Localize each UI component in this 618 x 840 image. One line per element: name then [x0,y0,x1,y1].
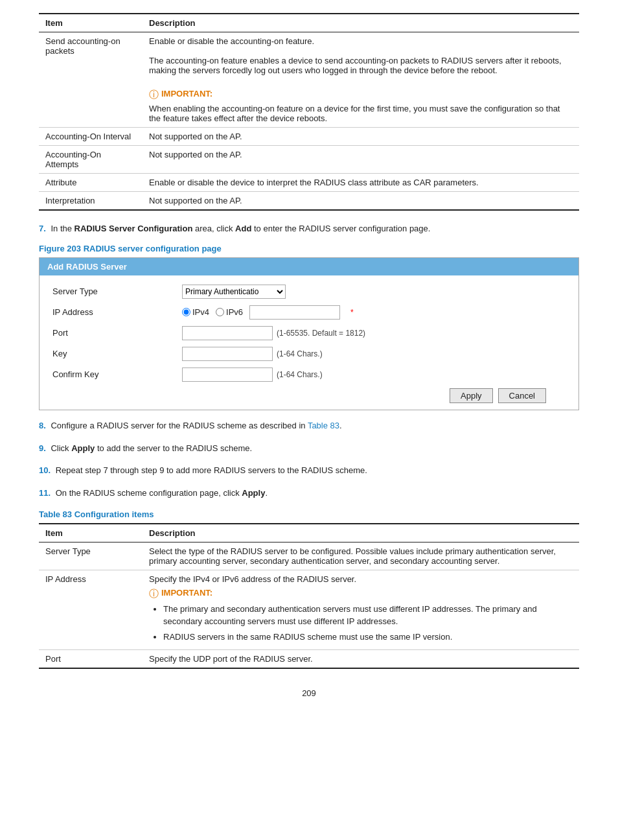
item-cell: Attribute [39,174,143,192]
confirm-key-row: Confirm Key (1-64 Chars.) [52,368,566,382]
important-icon: ⓘ [149,89,159,101]
step-8: 8. Configure a RADIUS server for the RAD… [39,419,579,433]
ip-bullet-list: The primary and secondary authentication… [149,603,573,644]
table-row: Accounting-On Attempts Not supported on … [39,146,579,174]
port-label: Port [52,328,182,338]
step-8-num: 8. [39,421,46,430]
step-7-num: 7. [39,224,46,233]
step-11: 11. On the RADIUS scheme configuration p… [39,487,579,500]
table-row: IP Address Specify the IPv4 or IPv6 addr… [39,570,579,650]
item-cell: Interpretation [39,192,143,211]
radius-form-body: Server Type Primary Authenticatio Primar… [40,275,578,410]
server-type-label: Server Type [52,286,182,296]
cancel-button[interactable]: Cancel [498,388,546,403]
confirm-key-label: Confirm Key [52,369,182,379]
step-10-num: 10. [39,465,51,475]
ip-desc-line: Specify the IPv4 or IPv6 address of the … [149,574,573,584]
ip-address-label: IP Address [52,307,182,317]
table83-link[interactable]: Table 83 [308,421,339,430]
desc-cell: Not supported on the AP. [143,192,579,211]
ip-address-row: IP Address IPv4 IPv6 * [52,305,566,320]
item-cell: Server Type [39,542,143,570]
table-row: Server Type Select the type of the RADIU… [39,542,579,570]
step-7-bold2: Add [235,224,251,233]
table-row: Port Specify the UDP port of the RADIUS … [39,650,579,669]
item-cell: Send accounting-on packets [39,32,143,128]
port-hint: (1-65535. Default = 1812) [277,329,365,338]
step-7: 7. In the RADIUS Server Configuration ar… [39,222,579,236]
item-cell: IP Address [39,570,143,650]
item-cell: Accounting-On Interval [39,128,143,146]
desc-cell: Specify the IPv4 or IPv6 address of the … [143,570,579,650]
step-9: 9. Click Apply to add the server to the … [39,442,579,456]
ipv4-radio[interactable] [182,308,190,316]
key-input[interactable] [182,347,273,361]
ip-address-input[interactable] [249,305,340,320]
table83-caption: Table 83 Configuration items [39,509,579,519]
key-hint: (1-64 Chars.) [277,349,323,358]
step-11-bold: Apply [242,488,265,498]
server-type-select[interactable]: Primary Authenticatio Primary Accounting… [182,285,286,299]
radius-form-header: Add RADIUS Server [40,258,578,275]
step-11-num: 11. [39,488,51,498]
table-row: Accounting-On Interval Not supported on … [39,128,579,146]
desc-line: Enable or disable the accounting-on feat… [149,36,573,46]
table-83: Item Description Server Type Select the … [39,523,579,670]
table-row: Interpretation Not supported on the AP. [39,192,579,211]
step-7-bold1: RADIUS Server Configuration [74,224,193,233]
confirm-key-input[interactable] [182,368,273,382]
desc-cell: Select the type of the RADIUS server to … [143,542,579,570]
table83-desc-header: Description [143,524,579,542]
important-label: IMPORTANT: [161,588,212,598]
ip-required-hint: * [350,308,354,317]
apply-button[interactable]: Apply [450,388,493,403]
page-number: 209 [39,688,579,698]
ipv6-radio-label[interactable]: IPv6 [216,307,243,317]
ipv6-radio[interactable] [216,308,224,316]
port-row: Port (1-65535. Default = 1812) [52,326,566,340]
important-icon: ⓘ [149,588,159,600]
server-type-row: Server Type Primary Authenticatio Primar… [52,285,566,299]
top-table: Item Description Send accounting-on pack… [39,13,579,211]
desc-cell: Specify the UDP port of the RADIUS serve… [143,650,579,669]
step-10: 10. Repeat step 7 through step 9 to add … [39,464,579,478]
important-label: IMPORTANT: [161,89,212,99]
table-row: Attribute Enable or disable the device t… [39,174,579,192]
step-9-num: 9. [39,443,46,453]
step-9-bold: Apply [71,443,95,453]
ip-radio-group: IPv4 IPv6 * [182,305,354,320]
table83-item-header: Item [39,524,143,542]
key-label: Key [52,349,182,358]
key-row: Key (1-64 Chars.) [52,347,566,361]
important-block: ⓘ IMPORTANT: [149,89,573,101]
desc-cell: Not supported on the AP. [143,146,579,174]
table-row: Send accounting-on packets Enable or dis… [39,32,579,128]
desc-cell: Not supported on the AP. [143,128,579,146]
top-table-desc-header: Description [143,14,579,32]
important-block: ⓘ IMPORTANT: [149,588,573,600]
top-table-item-header: Item [39,14,143,32]
list-item: The primary and secondary authentication… [163,603,573,628]
figure-caption: Figure 203 RADIUS server configuration p… [39,244,579,253]
confirm-key-hint: (1-64 Chars.) [277,370,323,379]
ipv4-radio-label[interactable]: IPv4 [182,307,209,317]
form-button-row: Apply Cancel [52,388,566,403]
radius-form-box: Add RADIUS Server Server Type Primary Au… [39,257,579,410]
port-input[interactable] [182,326,273,340]
list-item: RADIUS servers in the same RADIUS scheme… [163,631,573,644]
desc-line: The accounting-on feature enables a devi… [149,56,573,75]
desc-cell: Enable or disable the device to interpre… [143,174,579,192]
item-cell: Accounting-On Attempts [39,146,143,174]
important-text: When enabling the accounting-on feature … [149,104,573,123]
item-cell: Port [39,650,143,669]
desc-cell: Enable or disable the accounting-on feat… [143,32,579,128]
